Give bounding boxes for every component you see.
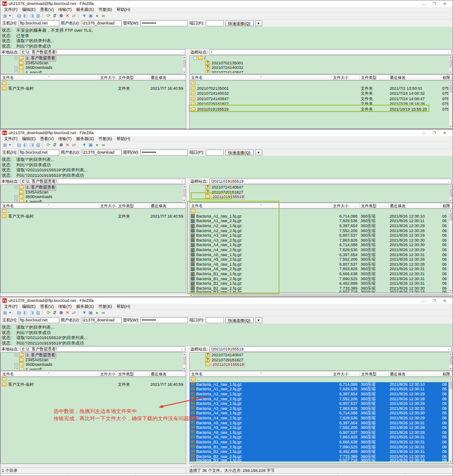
- remote-file-list[interactable]: ▲▼ ..Bacteria_A1_raw_1.fq.gz6,714,088360…: [189, 377, 453, 464]
- toggle-queue-icon[interactable]: ▥: [35, 142, 41, 148]
- local-list-header[interactable]: ^ 文件名文件大小文件类型最近修改: [0, 74, 186, 80]
- Bacteria_A6_raw_1.fq.gz[interactable]: Bacteria_A6_raw_1.fq.gz6,807,537360压缩202…: [190, 430, 452, 435]
- username-input[interactable]: [81, 317, 122, 323]
- Bacteria_A2_raw_1.fq.gz[interactable]: Bacteria_A2_raw_1.fq.gz6,397,654360压缩202…: [190, 392, 452, 397]
- Bacteria_A5_raw_1.fq.gz[interactable]: Bacteria_A5_raw_1.fq.gz6,397,654360压缩202…: [190, 420, 452, 425]
- 客户文件-临时[interactable]: 客户文件-临时文件夹2021/7/7 16:40:59: [1, 86, 186, 91]
- tree-item[interactable]: ?20211019155519: [190, 194, 452, 199]
- ..[interactable]: ..: [190, 81, 452, 86]
- menu-item[interactable]: 传输(T): [56, 136, 74, 142]
- ..[interactable]: ..: [190, 377, 452, 382]
- expand-toggle-icon[interactable]: -: [193, 57, 197, 60]
- quickconnect-button[interactable]: 快速连接(Q): [225, 317, 254, 323]
- process-queue-icon[interactable]: ⇵: [52, 310, 58, 316]
- column-header[interactable]: 最近修改: [149, 203, 186, 208]
- disconnect-icon[interactable]: ✕: [64, 142, 71, 148]
- 20210724140032[interactable]: 20210724140032文件夹2021/7/24 14:00:320755: [190, 91, 452, 96]
- port-input[interactable]: [206, 20, 224, 26]
- find-files-icon[interactable]: ∞: [100, 13, 106, 19]
- Bacteria_A3_raw_2.fq.gz[interactable]: Bacteria_A3_raw_2.fq.gz7,863,826360压缩202…: [190, 406, 452, 411]
- menu-item[interactable]: 编辑(E): [20, 136, 38, 142]
- toggle-log-icon[interactable]: ▤: [16, 13, 22, 19]
- host-input[interactable]: [19, 20, 59, 26]
- expand-toggle-icon[interactable]: +: [14, 70, 18, 73]
- Bacteria_A6_raw_1.fq.gz[interactable]: Bacteria_A6_raw_1.fq.gz6,807,537360压缩202…: [190, 262, 452, 267]
- Bacteria_A5_raw_2.fq.gz[interactable]: Bacteria_A5_raw_2.fq.gz7,552,206360压缩202…: [190, 257, 452, 262]
- local-path-combobox[interactable]: E:\2. 客户数据查看\⌄: [20, 346, 185, 352]
- column-header[interactable]: 文件大小: [332, 371, 360, 376]
- remote-list-scrollbar[interactable]: ▲▼: [448, 81, 452, 128]
- local-tree[interactable]: ▲▼ +?2. 客户数据查看?2345AvScan+?360Downloads+…: [0, 352, 186, 371]
- disconnect-icon[interactable]: ✕: [64, 13, 71, 19]
- sync-dot-icon[interactable]: ●: [94, 142, 100, 148]
- tree-item[interactable]: ?20210702135001: [190, 61, 452, 66]
- local-tree[interactable]: ▲▼ +?2. 客户数据查看?2345AvScan+?360Downloads+…: [0, 55, 186, 74]
- Bacteria_A4_raw_1.fq.gz[interactable]: Bacteria_A4_raw_1.fq.gz6,714,088360压缩202…: [190, 243, 452, 248]
- quickconnect-button[interactable]: 快速连接(Q): [225, 20, 254, 26]
- column-header[interactable]: 文件大小: [99, 75, 117, 80]
- menu-item[interactable]: 传输(T): [56, 304, 74, 310]
- column-header[interactable]: 最近修改: [149, 75, 186, 80]
- site-manager-caret-icon[interactable]: ▾: [8, 310, 12, 316]
- tree-item[interactable]: +?4. wanofl: [1, 70, 186, 73]
- tree-item[interactable]: ?20210724140847: [190, 70, 452, 73]
- Bacteria_B3_raw_1.fq.gz[interactable]: Bacteria_B3_raw_1.fq.gz6,607,718360压缩202…: [190, 459, 452, 461]
- local-tree-scrollbar[interactable]: ▲▼: [182, 185, 186, 202]
- tree-item[interactable]: +?360Downloads: [1, 362, 186, 367]
- Bacteria_A6_raw_2.fq.gz[interactable]: Bacteria_A6_raw_2.fq.gz7,863,826360压缩202…: [190, 267, 452, 272]
- local-list-header[interactable]: ^ 文件名文件大小文件类型最近修改: [0, 371, 186, 377]
- password-input[interactable]: [140, 150, 188, 155]
- combo-caret-icon[interactable]: ⌄: [447, 180, 450, 183]
- remote-tree-scrollbar[interactable]: ▲▼: [448, 185, 452, 202]
- tree-item[interactable]: +?360Downloads: [1, 194, 186, 199]
- host-input[interactable]: [19, 317, 59, 323]
- menu-item[interactable]: 帮助(H): [114, 136, 133, 142]
- expand-toggle-icon[interactable]: +: [14, 363, 18, 366]
- username-input[interactable]: [81, 150, 122, 155]
- ..[interactable]: ..: [1, 81, 186, 86]
- menu-item[interactable]: 书签(B): [96, 304, 114, 310]
- port-input[interactable]: [206, 150, 224, 155]
- tree-item[interactable]: ?2345AvScan: [1, 190, 186, 195]
- toggle-local-tree-icon[interactable]: ◧: [22, 310, 29, 316]
- tree-item[interactable]: ?2345AvScan: [1, 61, 186, 66]
- ..[interactable]: ..: [1, 209, 186, 214]
- Bacteria_B1_raw_2.fq.gz[interactable]: Bacteria_B1_raw_2.fq.gz7,890,525360压缩202…: [190, 276, 452, 281]
- compare-icon[interactable]: ▣: [87, 13, 94, 19]
- combo-caret-icon[interactable]: ⌄: [181, 50, 183, 54]
- column-header[interactable]: 文件名: [1, 203, 99, 208]
- site-manager-caret-icon[interactable]: ▾: [8, 142, 12, 148]
- Bacteria_A3_raw_2.fq.gz[interactable]: Bacteria_A3_raw_2.fq.gz7,863,826360压缩202…: [190, 238, 452, 243]
- toggle-queue-icon[interactable]: ▥: [35, 13, 41, 19]
- column-header[interactable]: 文件大小: [332, 75, 360, 80]
- tree-item[interactable]: +?2. 客户数据查看: [1, 56, 186, 61]
- menu-item[interactable]: 传输(T): [56, 7, 74, 13]
- tree-item[interactable]: +?360Downloads: [1, 65, 186, 70]
- toggle-log-icon[interactable]: ▤: [16, 310, 22, 316]
- expand-toggle-icon[interactable]: +: [14, 57, 18, 60]
- menu-item[interactable]: 编辑(E): [20, 7, 38, 13]
- combo-caret-icon[interactable]: ⌄: [447, 50, 450, 54]
- scroll-left-icon[interactable]: ◄: [190, 465, 192, 467]
- menu-item[interactable]: 帮助(H): [114, 7, 133, 13]
- menu-item[interactable]: 编辑(E): [20, 304, 38, 310]
- close-button[interactable]: ✕: [443, 2, 446, 6]
- tree-item[interactable]: ?20210724140847: [190, 185, 452, 190]
- Bacteria_B3_raw_1.fq.gz[interactable]: Bacteria_B3_raw_1.fq.gz6,607,718360压缩202…: [190, 291, 452, 293]
- menu-item[interactable]: 查看(V): [38, 136, 56, 142]
- find-files-icon[interactable]: ∞: [100, 142, 106, 148]
- toggle-log-icon[interactable]: ▤: [16, 142, 22, 148]
- column-header[interactable]: 文件大小: [99, 203, 117, 208]
- sync-dot-icon[interactable]: ●: [94, 310, 100, 316]
- sync-browsing-icon[interactable]: ⇄: [71, 310, 77, 316]
- Bacteria_A2_raw_1.fq.gz[interactable]: Bacteria_A2_raw_1.fq.gz6,397,654360压缩202…: [190, 223, 452, 228]
- remote-tree-scrollbar[interactable]: ▲▼: [448, 56, 452, 74]
- ..[interactable]: ..: [1, 377, 186, 382]
- filter-icon[interactable]: ▼: [81, 310, 87, 316]
- menu-item[interactable]: 文件(F): [2, 136, 20, 142]
- maximize-button[interactable]: ❐: [433, 2, 436, 6]
- Bacteria_A5_raw_2.fq.gz[interactable]: Bacteria_A5_raw_2.fq.gz7,552,206360压缩202…: [190, 425, 452, 430]
- sync-browsing-icon[interactable]: ⇄: [71, 142, 77, 148]
- combo-caret-icon[interactable]: ⌄: [447, 347, 450, 351]
- menu-item[interactable]: 服务器(S): [74, 304, 96, 310]
